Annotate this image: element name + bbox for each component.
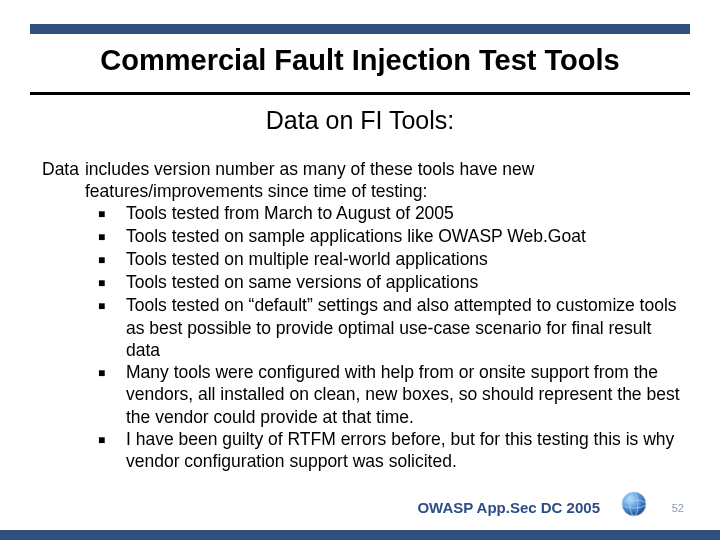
square-bullet-icon: ■ (98, 202, 116, 225)
list-item-text: Tools tested on sample applications like… (116, 225, 586, 248)
list-item: ■ I have been guilty of RTFM errors befo… (98, 428, 680, 472)
list-item-text: Tools tested on “default” settings and a… (116, 294, 680, 361)
list-item: ■ Tools tested on same versions of appli… (98, 271, 680, 294)
list-item-text: Many tools were configured with help fro… (116, 361, 680, 428)
list-item: ■ Tools tested on sample applications li… (98, 225, 680, 248)
list-item: ■ Tools tested from March to August of 2… (98, 202, 680, 225)
square-bullet-icon: ■ (98, 225, 116, 248)
globe-icon (620, 490, 648, 522)
slide-title: Commercial Fault Injection Test Tools (0, 44, 720, 77)
intro-rest: includes version number as many of these… (79, 158, 680, 202)
square-bullet-icon: ■ (98, 428, 116, 472)
list-item: ■ Tools tested on multiple real-world ap… (98, 248, 680, 271)
top-accent-bar (30, 24, 690, 34)
list-item-text: Tools tested on multiple real-world appl… (116, 248, 488, 271)
list-item-text: Tools tested from March to August of 200… (116, 202, 454, 225)
slide: Commercial Fault Injection Test Tools Da… (0, 0, 720, 540)
slide-subtitle: Data on FI Tools: (0, 106, 720, 135)
list-item: ■ Many tools were configured with help f… (98, 361, 680, 428)
list-item-text: I have been guilty of RTFM errors before… (116, 428, 680, 472)
square-bullet-icon: ■ (98, 271, 116, 294)
intro-paragraph: Data includes version number as many of … (42, 158, 680, 202)
square-bullet-icon: ■ (98, 361, 116, 428)
square-bullet-icon: ■ (98, 248, 116, 271)
footer-text: OWASP App.Sec DC 2005 (417, 499, 600, 516)
bullet-list: ■ Tools tested from March to August of 2… (42, 202, 680, 472)
intro-lead: Data (42, 158, 79, 202)
square-bullet-icon: ■ (98, 294, 116, 361)
title-underline (30, 92, 690, 95)
bottom-accent-bar (0, 530, 720, 540)
list-item: ■ Tools tested on “default” settings and… (98, 294, 680, 361)
page-number: 52 (672, 502, 684, 514)
list-item-text: Tools tested on same versions of applica… (116, 271, 478, 294)
body-content: Data includes version number as many of … (42, 158, 680, 472)
